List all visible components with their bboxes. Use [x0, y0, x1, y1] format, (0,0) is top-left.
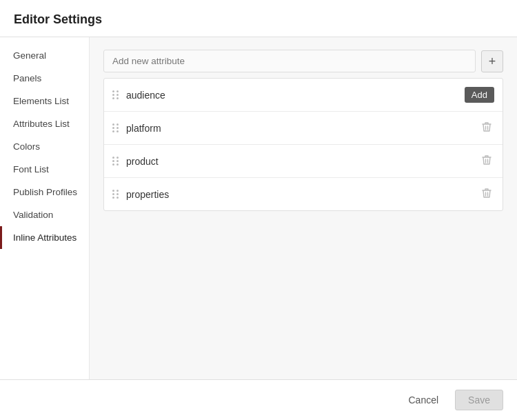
drag-handle-icon[interactable] — [112, 157, 119, 166]
add-attribute-row: + — [103, 50, 503, 72]
sidebar-item-colors[interactable]: Colors — [0, 135, 89, 158]
attribute-actions: Add — [465, 87, 494, 103]
editor-settings-dialog: Editor Settings General Panels Elements … — [0, 0, 517, 420]
sidebar-item-font-list[interactable]: Font List — [0, 158, 89, 181]
sidebar-item-panels[interactable]: Panels — [0, 67, 89, 90]
table-row: audience Add — [104, 79, 503, 112]
sidebar-item-inline-attributes[interactable]: Inline Attributes — [0, 226, 89, 249]
sidebar-item-general[interactable]: General — [0, 44, 89, 67]
trash-icon — [482, 154, 491, 166]
attributes-list: audience Add platform — [103, 78, 503, 211]
delete-attribute-button[interactable] — [479, 186, 494, 202]
trash-icon — [482, 121, 491, 132]
table-row: product — [104, 145, 503, 178]
drag-handle-icon[interactable] — [112, 123, 119, 132]
trash-icon — [482, 188, 491, 199]
attribute-name: product — [126, 156, 472, 167]
attribute-name: audience — [126, 90, 458, 101]
drag-handle-icon[interactable] — [112, 90, 119, 99]
add-attribute-button[interactable]: + — [481, 50, 503, 72]
attribute-actions — [479, 153, 494, 169]
drag-handle-icon[interactable] — [112, 190, 119, 199]
attribute-name: properties — [126, 189, 472, 200]
table-row: properties — [104, 178, 503, 210]
dialog-body: General Panels Elements List Attributes … — [0, 37, 517, 379]
add-attribute-input[interactable] — [103, 50, 476, 72]
sidebar-item-elements-list[interactable]: Elements List — [0, 90, 89, 112]
dialog-header: Editor Settings — [0, 0, 517, 37]
main-content: + audience Add — [90, 37, 517, 379]
attribute-name: platform — [126, 123, 472, 134]
add-inline-button[interactable]: Add — [465, 87, 494, 103]
save-button[interactable]: Save — [455, 390, 503, 410]
sidebar: General Panels Elements List Attributes … — [0, 37, 90, 379]
sidebar-item-publish-profiles[interactable]: Publish Profiles — [0, 181, 89, 203]
dialog-footer: Cancel Save — [0, 379, 517, 420]
delete-attribute-button[interactable] — [479, 153, 494, 169]
dialog-title: Editor Settings — [14, 12, 503, 27]
attribute-actions — [479, 120, 494, 136]
sidebar-item-validation[interactable]: Validation — [0, 203, 89, 226]
table-row: platform — [104, 112, 503, 145]
delete-attribute-button[interactable] — [479, 120, 494, 136]
cancel-button[interactable]: Cancel — [398, 390, 448, 410]
attribute-actions — [479, 186, 494, 202]
sidebar-item-attributes-list[interactable]: Attributes List — [0, 112, 89, 135]
